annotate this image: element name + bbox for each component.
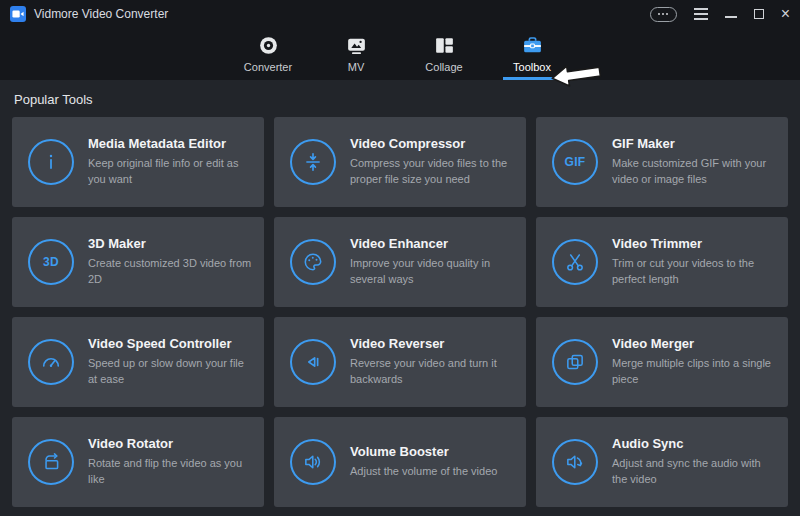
- mv-tv-icon: [345, 33, 368, 58]
- tool-desc: Trim or cut your videos to the perfect l…: [612, 256, 776, 288]
- section-title: Popular Tools: [12, 88, 788, 117]
- tool-card-3d-maker[interactable]: 3D 3D Maker Create customized 3D video f…: [12, 217, 264, 307]
- minimize-icon[interactable]: [725, 10, 737, 18]
- tool-card-video-reverser[interactable]: Video Reverser Reverse your video and tu…: [274, 317, 526, 407]
- reverse-icon: [290, 339, 336, 385]
- more-options-icon[interactable]: [650, 7, 677, 22]
- compress-icon: [290, 139, 336, 185]
- tool-desc: Adjust and sync the audio with the video: [612, 456, 776, 488]
- window-controls: ×: [650, 6, 790, 22]
- tool-desc: Speed up or slow down your file at ease: [88, 356, 252, 388]
- titlebar: Vidmore Video Converter ×: [0, 0, 800, 28]
- tab-collage[interactable]: Collage: [409, 28, 479, 80]
- tool-card-video-speed-controller[interactable]: Video Speed Controller Speed up or slow …: [12, 317, 264, 407]
- tool-title: Video Reverser: [350, 336, 514, 351]
- tab-mv[interactable]: MV: [321, 28, 391, 80]
- tool-card-volume-booster[interactable]: Volume Booster Adjust the volume of the …: [274, 417, 526, 507]
- audio-sync-icon: [552, 439, 598, 485]
- tool-desc: Rotate and flip the video as you like: [88, 456, 252, 488]
- info-icon: [28, 139, 74, 185]
- nav-tabs: Converter MV Collage: [233, 28, 567, 80]
- tab-label: MV: [348, 61, 365, 73]
- scissors-icon: [552, 239, 598, 285]
- tool-title: Media Metadata Editor: [88, 136, 252, 151]
- tool-desc: Compress your video files to the proper …: [350, 156, 514, 188]
- tool-card-video-rotator[interactable]: Video Rotator Rotate and flip the video …: [12, 417, 264, 507]
- tool-title: Video Speed Controller: [88, 336, 252, 351]
- tool-card-video-merger[interactable]: Video Merger Merge multiple clips into a…: [536, 317, 788, 407]
- tool-desc: Adjust the volume of the video: [350, 464, 497, 480]
- main-nav: Converter MV Collage: [0, 28, 800, 80]
- merge-icon: [552, 339, 598, 385]
- tab-label: Converter: [244, 61, 292, 73]
- close-icon[interactable]: ×: [781, 6, 790, 22]
- volume-icon: [290, 439, 336, 485]
- tool-desc: Keep original file info or edit as you w…: [88, 156, 252, 188]
- tool-desc: Merge multiple clips into a single piece: [612, 356, 776, 388]
- tool-desc: Make customized GIF with your video or i…: [612, 156, 776, 188]
- tool-title: GIF Maker: [612, 136, 776, 151]
- tab-label: Collage: [425, 61, 462, 73]
- tool-title: Video Rotator: [88, 436, 252, 451]
- maximize-icon[interactable]: [754, 9, 764, 19]
- tool-card-gif-maker[interactable]: GIF GIF Maker Make customized GIF with y…: [536, 117, 788, 207]
- palette-icon: [290, 239, 336, 285]
- collage-grid-icon: [433, 33, 456, 58]
- tool-desc: Reverse your video and turn it backwards: [350, 356, 514, 388]
- tab-converter[interactable]: Converter: [233, 28, 303, 80]
- rotate-icon: [28, 439, 74, 485]
- tool-title: Video Enhancer: [350, 236, 514, 251]
- tool-card-video-compressor[interactable]: Video Compressor Compress your video fil…: [274, 117, 526, 207]
- tab-label: Toolbox: [513, 61, 551, 73]
- converter-disc-icon: [257, 33, 280, 58]
- app-logo-icon: [10, 6, 26, 22]
- tool-title: 3D Maker: [88, 236, 252, 251]
- toolbox-content: Popular Tools Media Metadata Editor Keep…: [0, 80, 800, 507]
- tool-desc: Create customized 3D video from 2D: [88, 256, 252, 288]
- tool-card-video-enhancer[interactable]: Video Enhancer Improve your video qualit…: [274, 217, 526, 307]
- tool-card-video-trimmer[interactable]: Video Trimmer Trim or cut your videos to…: [536, 217, 788, 307]
- gif-icon: GIF: [552, 139, 598, 185]
- speedometer-icon: [28, 339, 74, 385]
- tool-title: Audio Sync: [612, 436, 776, 451]
- tools-grid: Media Metadata Editor Keep original file…: [12, 117, 788, 507]
- tool-title: Video Compressor: [350, 136, 514, 151]
- gif-icon-text: GIF: [565, 155, 586, 169]
- tool-card-media-metadata-editor[interactable]: Media Metadata Editor Keep original file…: [12, 117, 264, 207]
- app-title: Vidmore Video Converter: [34, 7, 650, 21]
- tool-desc: Improve your video quality in several wa…: [350, 256, 514, 288]
- 3d-icon: 3D: [28, 239, 74, 285]
- tool-title: Video Trimmer: [612, 236, 776, 251]
- menu-icon[interactable]: [694, 8, 708, 20]
- tool-card-audio-sync[interactable]: Audio Sync Adjust and sync the audio wit…: [536, 417, 788, 507]
- tool-title: Volume Booster: [350, 444, 497, 459]
- toolbox-briefcase-icon: [521, 33, 544, 58]
- tool-title: Video Merger: [612, 336, 776, 351]
- 3d-icon-text: 3D: [43, 255, 59, 269]
